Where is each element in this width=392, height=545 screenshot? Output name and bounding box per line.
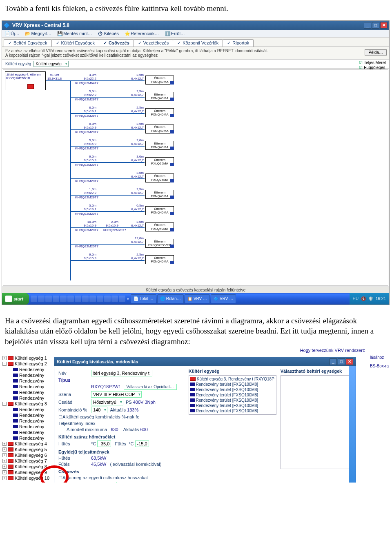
quicklaunch-icon[interactable] [104, 296, 111, 302]
outdoor-unit-box[interactable]: :ültéri egység 4, étterem RXYQ16P7W1B [5, 71, 46, 90]
indoor-unit-box[interactable]: ÉtteremFXNQ40MA [145, 255, 174, 264]
tab-outdoor-units[interactable]: ✓Kültéri Egységek [51, 39, 100, 47]
tree-collapse-icon[interactable]: − [2, 402, 7, 406]
tree-item[interactable]: Rendezvény [2, 372, 62, 378]
maximize-button[interactable]: □ [372, 22, 379, 29]
quicklaunch-icon[interactable] [97, 296, 103, 302]
checkbox-custom-pipe[interactable]: ☐ [58, 475, 62, 480]
start-button[interactable]: start [2, 293, 29, 305]
indoor-unit-box[interactable]: ÉtteremFXNQ40MA [145, 92, 174, 101]
indoor-unit-box[interactable]: ÉtteremFXFQ32P7VEB [145, 239, 174, 248]
quicklaunch-icon[interactable] [31, 296, 37, 302]
taskbar-task[interactable]: 🔷VRV … [211, 294, 236, 303]
tree-expand-icon[interactable]: + [2, 447, 7, 452]
tree-item[interactable]: Rendezvény [2, 412, 62, 418]
quicklaunch-icon[interactable] [119, 296, 125, 302]
indoor-unit-box[interactable]: ÉtteremFXNQ40MA [145, 76, 174, 85]
tab-central-controllers[interactable]: ✓Központi Vezérlők [173, 39, 223, 47]
outdoor-unit-list[interactable]: Kültéri egység 3, Rendezvény t [RXYQ18P … [189, 375, 276, 415]
selectable-indoor-list[interactable] [281, 375, 352, 469]
series-select[interactable]: VRV III P HIGH COP [91, 391, 142, 398]
quicklaunch-icon[interactable] [60, 296, 67, 302]
tab-reports[interactable]: ✓Riportok [223, 39, 254, 47]
tree-expand-icon[interactable]: + [2, 476, 7, 480]
tree-expand-icon[interactable]: + [2, 470, 7, 474]
indoor-unit-box[interactable]: ÉtteremFXNQ40MA [145, 206, 174, 215]
combo-select[interactable]: 140 [91, 407, 107, 413]
list-item[interactable]: Rendezvény terület [FXSQ100M8] [190, 382, 275, 387]
list-item[interactable]: Kültéri egység 3, Rendezvény t [RXYQ18P [197, 377, 274, 381]
tree-item[interactable]: Rendezvény [2, 367, 62, 372]
tray-icon[interactable]: 🔇 [361, 296, 366, 301]
indoor-unit-box[interactable]: ÉtteremFXLQ40MA [145, 222, 174, 231]
toolbar-open[interactable]: 📂Megnyit… [25, 31, 51, 36]
scrollbar[interactable] [349, 366, 356, 483]
quicklaunch-icon[interactable] [45, 296, 52, 302]
indoor-unit-box[interactable]: ÉtteremFXNQ40MA [145, 190, 174, 199]
quicklaunch-icon[interactable] [89, 296, 96, 302]
tree-item[interactable]: Rendezvény [2, 407, 62, 412]
taskbar-task[interactable]: 📋VRV … [185, 294, 210, 303]
quicklaunch-icon[interactable] [38, 296, 45, 302]
minimize-button[interactable]: _ [364, 22, 371, 29]
list-item[interactable]: Rendezvény terület [FXSQ100M8] [190, 408, 275, 414]
heating-temp-input[interactable]: -15,0 [135, 440, 149, 447]
list-item[interactable]: Rendezvény terület [FXSQ100M8] [190, 403, 275, 408]
dialog-minimize-button[interactable]: _ [330, 358, 337, 365]
tab-piping[interactable]: ✓Csövezés [99, 39, 134, 47]
taskbar-task[interactable]: 🌐Rolan… [157, 294, 184, 303]
tree-item[interactable]: Rendezvény [2, 435, 62, 441]
name-input[interactable]: ltéri egység 3, Rendezvény t [91, 370, 152, 376]
toolbar-exit[interactable]: ⏻Kilépés [98, 31, 119, 36]
example-button[interactable]: Példa… [365, 49, 387, 56]
tree-expand-icon[interactable]: + [2, 442, 7, 446]
dialog-close-button[interactable]: ✕ [346, 358, 353, 365]
dialog-maximize-button[interactable]: □ [338, 358, 345, 365]
equiv-length-input[interactable]: 15,0 [116, 482, 130, 483]
tree-item[interactable]: Rendezvény [2, 395, 62, 401]
toolbar-about[interactable]: ℹ️Erről… [165, 31, 185, 36]
indoor-unit-box[interactable]: ÉtteremFXNQ40MA [145, 141, 174, 150]
indoor-unit-box[interactable]: ÉtteremFXLQ25MA [145, 174, 174, 182]
quicklaunch-icon[interactable] [111, 296, 118, 302]
tree-item[interactable]: Rendezvény [2, 378, 62, 384]
tree-expand-icon[interactable]: + [2, 459, 7, 463]
quicklaunch-icon[interactable] [67, 296, 74, 302]
close-button[interactable]: ✕ [380, 22, 388, 29]
tree-expand-icon[interactable]: + [2, 356, 7, 360]
cooling-temp-input[interactable]: 35,0 [97, 440, 111, 447]
indoor-unit-box[interactable]: ÉtteremFXLQ25MA [145, 157, 174, 166]
tree-expand-icon[interactable]: + [2, 453, 7, 457]
outdoor-unit-select[interactable]: Kültéri egység [33, 61, 68, 67]
tree-item[interactable]: Rendezvény [2, 389, 62, 395]
checkbox-combo-pct[interactable]: ☐ [58, 414, 62, 420]
tree-item[interactable]: Rendezvény [2, 429, 62, 435]
tree-item[interactable]: Rendezvény [2, 384, 62, 389]
tray-icon[interactable]: 🛡️ [368, 296, 373, 301]
taskbar-expand-icon[interactable]: » [126, 297, 130, 301]
tree-item[interactable]: Rendezvény [2, 424, 62, 429]
taskbar-task[interactable]: 📄Total … [131, 294, 156, 303]
tree-expand-icon[interactable]: + [2, 465, 7, 469]
piping-diagram-canvas[interactable]: :ültéri egység 4, étterem RXYQ16P7W1B 91… [3, 69, 388, 286]
list-item[interactable]: Rendezvény terület [FXSQ100M8] [190, 392, 275, 398]
quicklaunch-icon[interactable] [82, 296, 89, 302]
list-item[interactable]: Rendezvény terület [FXSQ100M8] [190, 398, 275, 403]
tab-indoor-units[interactable]: ✓Beltéri Egységek [4, 39, 52, 47]
tab-wiring[interactable]: ✓Vezetékezés [134, 39, 173, 47]
checkbox-full-size[interactable]: Teljes Méret [359, 60, 386, 65]
indoor-unit-box[interactable]: ÉtteremFXNQ40MA [145, 125, 174, 133]
quicklaunch-icon[interactable] [53, 296, 59, 302]
indoor-unit-box[interactable]: ÉtteremFXNQ40MA [145, 108, 174, 117]
tree-item[interactable]: Rendezvény [2, 418, 62, 424]
quicklaunch-icon[interactable] [75, 296, 81, 302]
toolbar-save-as[interactable]: 💾Mentés mint… [57, 31, 92, 36]
tree-collapse-icon[interactable]: − [2, 362, 7, 366]
info-text-1: Ez a rész az elkészült VRV rendszerek cs… [5, 49, 386, 53]
options-button[interactable]: Válassza ki az Opciókat… [124, 384, 177, 390]
list-item[interactable]: Rendezvény terület [FXSQ100M8] [190, 387, 275, 392]
toolbar-references[interactable]: ⭐Referenciák… [125, 31, 159, 36]
language-indicator[interactable]: HU [353, 296, 359, 301]
toolbar-new[interactable]: 📄Új… [4, 31, 19, 36]
family-select[interactable]: Hőszivattyú [91, 399, 123, 405]
